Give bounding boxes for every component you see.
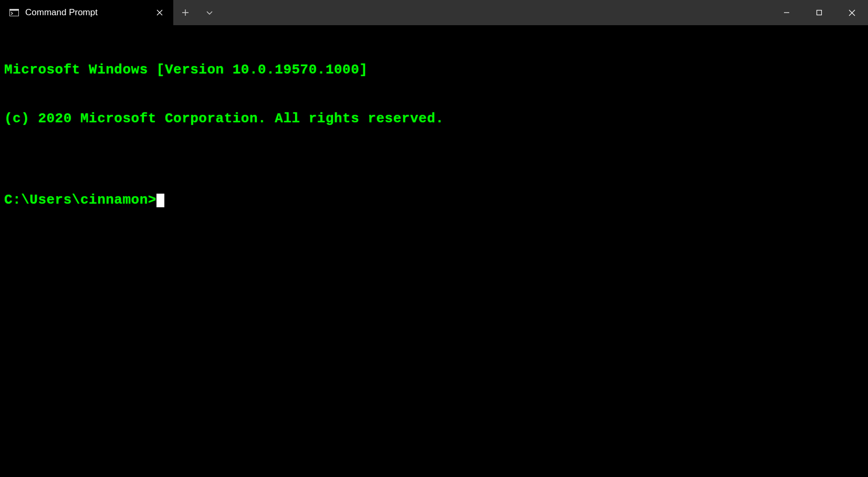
minimize-icon	[783, 9, 790, 16]
tab-command-prompt[interactable]: Command Prompt	[0, 0, 173, 25]
terminal-prompt-line: C:\Users\cinnamon>	[4, 192, 864, 208]
tab-dropdown-button[interactable]	[197, 0, 222, 25]
chevron-down-icon	[206, 9, 213, 16]
terminal-prompt: C:\Users\cinnamon>	[4, 192, 156, 208]
tab-title: Command Prompt	[25, 7, 146, 18]
minimize-button[interactable]	[770, 0, 803, 25]
window-controls	[770, 0, 868, 25]
close-window-button[interactable]	[835, 0, 868, 25]
svg-rect-1	[10, 9, 19, 11]
tab-close-button[interactable]	[152, 5, 167, 20]
close-icon	[849, 9, 855, 16]
new-tab-button[interactable]	[173, 0, 197, 25]
tabstrip-actions	[173, 0, 222, 25]
plus-icon	[182, 9, 189, 16]
terminal-viewport[interactable]: Microsoft Windows [Version 10.0.19570.10…	[0, 25, 868, 477]
terminal-cursor	[156, 194, 164, 207]
terminal-output-line: (c) 2020 Microsoft Corporation. All righ…	[4, 111, 864, 127]
maximize-icon	[816, 9, 822, 16]
close-icon	[156, 9, 163, 16]
terminal-output-line: Microsoft Windows [Version 10.0.19570.10…	[4, 62, 864, 78]
titlebar-drag-region[interactable]	[222, 0, 770, 25]
svg-rect-2	[817, 10, 822, 15]
maximize-button[interactable]	[803, 0, 835, 25]
titlebar: Command Prompt	[0, 0, 868, 25]
terminal-icon	[9, 9, 19, 16]
